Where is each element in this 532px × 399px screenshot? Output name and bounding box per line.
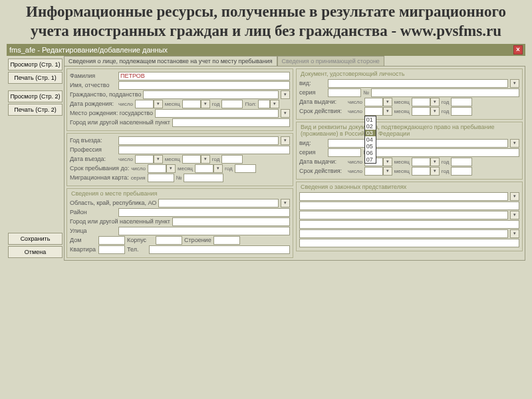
street-input[interactable] [118, 227, 290, 235]
option-06[interactable]: 06 [365, 150, 376, 156]
district-input[interactable] [118, 208, 290, 217]
tab-person[interactable]: Сведения о лице, подлежащем постановке н… [64, 56, 277, 66]
label-month: месяц [165, 101, 180, 107]
right-issue-year-input[interactable] [451, 158, 472, 166]
rep2-input[interactable] [299, 201, 519, 210]
dropdown-icon[interactable] [154, 155, 163, 164]
birth-year-input[interactable] [221, 100, 243, 108]
rep5-input[interactable] [299, 229, 508, 238]
preview-page2-button[interactable]: Просмотр (Стр. 2) [8, 90, 63, 102]
rep1-input[interactable] [299, 192, 508, 201]
option-01[interactable]: 01 [365, 116, 376, 123]
entry-month-input[interactable] [182, 155, 201, 164]
rep4-input[interactable] [299, 220, 519, 229]
dropdown-icon[interactable] [430, 158, 440, 166]
region-input[interactable] [158, 199, 279, 207]
dropdown-icon[interactable] [430, 107, 440, 116]
issue-year-input[interactable] [451, 98, 472, 106]
dropdown-icon[interactable] [270, 100, 279, 108]
dropdown-icon[interactable] [383, 158, 392, 166]
dropdown-icon[interactable] [510, 192, 519, 201]
entry-day-input[interactable] [135, 155, 154, 164]
dropdown-icon[interactable] [281, 109, 290, 118]
right-issue-month-input[interactable] [412, 158, 430, 166]
dropdown-icon[interactable] [166, 164, 176, 173]
close-icon[interactable]: × [513, 45, 523, 55]
rep6-input[interactable] [299, 239, 519, 247]
tab-host[interactable]: Сведения о принимающей стороне [277, 56, 384, 66]
dropdown-icon[interactable] [383, 98, 392, 106]
birth-month-input[interactable] [182, 100, 201, 108]
dropdown-icon[interactable] [201, 100, 210, 108]
birth-city-input[interactable] [172, 118, 290, 127]
rep3-input[interactable] [299, 211, 508, 219]
dropdown-icon[interactable] [510, 139, 519, 148]
right-number-input[interactable] [371, 148, 519, 157]
profession-input[interactable] [118, 146, 290, 154]
structure-input[interactable] [213, 236, 240, 245]
valid-year-input[interactable] [451, 107, 472, 116]
valid-day-input[interactable] [364, 107, 383, 116]
stay-month-input[interactable] [195, 164, 213, 173]
title-bar: fms_afe - Редактирование/добавление данн… [7, 44, 525, 56]
building-input[interactable] [156, 236, 182, 245]
option-07[interactable]: 07 [365, 156, 376, 163]
card-series-input[interactable] [148, 174, 174, 182]
option-05[interactable]: 05 [365, 143, 376, 150]
dropdown-icon[interactable] [430, 98, 440, 106]
option-02[interactable]: 02 [365, 123, 376, 130]
apartment-input[interactable] [98, 245, 125, 254]
doc-series-input[interactable] [328, 88, 361, 97]
day-dropdown-list[interactable]: 01 02 03 04 05 06 07 [364, 116, 376, 164]
right-valid-year-input[interactable] [451, 167, 472, 176]
right-kind-input[interactable] [328, 139, 508, 148]
dropdown-icon[interactable] [383, 107, 392, 116]
right-valid-month-input[interactable] [412, 167, 430, 176]
dropdown-icon[interactable] [510, 211, 519, 219]
entry-year2-input[interactable] [221, 155, 243, 164]
house-input[interactable] [98, 236, 125, 245]
save-button[interactable]: Сохранить [8, 233, 63, 245]
entry-year-input[interactable] [118, 136, 279, 145]
phone-input[interactable] [149, 245, 290, 254]
group-title-legalrep: Сведения о законных представителях [299, 184, 408, 190]
label-building: Корпус [127, 237, 154, 243]
dropdown-icon[interactable] [281, 136, 290, 145]
print-page1-button[interactable]: Печать (Стр. 1) [8, 72, 63, 84]
stay-day-input[interactable] [148, 164, 166, 173]
city-input[interactable] [172, 217, 290, 226]
dropdown-icon[interactable] [430, 167, 440, 176]
preview-page1-button[interactable]: Просмотр (Стр. 1) [8, 59, 63, 70]
name-input[interactable] [118, 81, 290, 90]
citizenship-input[interactable] [143, 90, 279, 99]
issue-day-input[interactable] [364, 98, 383, 106]
citizenship-dropdown-icon[interactable] [281, 90, 290, 99]
right-series-input[interactable] [328, 148, 361, 157]
cancel-button[interactable]: Отмена [8, 246, 63, 258]
dropdown-icon[interactable] [213, 164, 223, 173]
label-district: Район [70, 209, 116, 215]
surname-input[interactable] [118, 72, 290, 80]
valid-month-input[interactable] [412, 107, 430, 116]
doc-number-input[interactable] [371, 88, 519, 97]
dropdown-icon[interactable] [281, 199, 290, 207]
dropdown-icon[interactable] [510, 229, 519, 238]
issue-month-input[interactable] [412, 98, 430, 106]
label-issue-date2: Дата выдачи: [299, 158, 346, 165]
option-03[interactable]: 03 [365, 130, 376, 136]
dropdown-icon[interactable] [154, 100, 163, 108]
option-04[interactable]: 04 [365, 136, 376, 143]
dropdown-icon[interactable] [383, 167, 392, 176]
print-page2-button[interactable]: Печать (Стр. 2) [8, 104, 63, 116]
birth-day-input[interactable] [135, 100, 154, 108]
dropdown-icon[interactable] [201, 155, 210, 164]
group-right-doc: Вид и реквизиты документа, подтверждающе… [296, 122, 523, 180]
stay-year-input[interactable] [235, 164, 256, 173]
dropdown-icon[interactable] [510, 79, 519, 88]
sex-input[interactable] [258, 100, 270, 108]
card-number-input[interactable] [184, 174, 223, 182]
right-valid-day-input[interactable] [364, 167, 383, 176]
doc-kind-input[interactable] [328, 79, 508, 88]
birthplace-input[interactable] [155, 109, 279, 118]
label-series3: серия [299, 149, 326, 156]
